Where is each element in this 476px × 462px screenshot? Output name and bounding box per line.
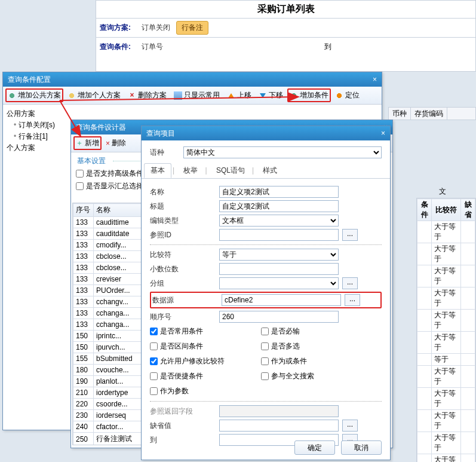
config-title: 查询条件配置 [8,75,51,85]
lbl-decimals: 小数位数 [150,264,216,274]
cond-field: 订单号 [142,42,163,52]
locate-button[interactable]: 定位 [332,88,363,102]
ck-range[interactable]: 是否区间条件 [150,340,261,353]
ck-allow-mod[interactable]: 允许用户修改比较符 [150,355,261,368]
table-row[interactable]: 240cfactor... [73,421,142,433]
close-icon[interactable]: × [373,75,377,84]
seq-field[interactable] [219,311,339,323]
tabs: 基本| 枚举| SQL语句| 样式 [142,161,390,179]
scheme-value: 订单关闭 [142,23,170,33]
table-row[interactable]: 133cauditdate [73,228,142,240]
datasource-field[interactable] [222,294,341,306]
table-row[interactable]: 133creviser [73,274,142,285]
table-row[interactable]: 133caudittime [73,217,142,228]
group-select[interactable] [219,277,339,289]
table-row[interactable]: 133cbclose... [73,251,142,262]
table-row[interactable]: 大于等于 [417,221,475,243]
table-row[interactable]: 150ipurvch... [73,342,142,353]
ok-button[interactable]: 确定 [294,440,335,455]
table-row[interactable]: 大于等于 [417,366,475,388]
new-button[interactable]: ＋新增 [73,136,102,150]
table-row[interactable]: 大于等于 [417,310,475,332]
table-row[interactable]: 133cchanga... [73,319,142,331]
ck-as-param[interactable]: 作为参数 [150,385,261,397]
move-down-button[interactable]: 下移 [256,88,286,102]
ck-required[interactable]: 是否必输 [261,325,372,338]
ck-as-or[interactable]: 作为或条件 [261,355,372,368]
col-currency: 币种 [389,108,411,120]
table-row[interactable]: 230iorderseq [73,410,142,421]
datasource-browse[interactable]: ... [345,294,360,306]
col-name: 名称 [94,204,142,217]
table-row[interactable]: 250行备注测试 [73,433,142,446]
table-row[interactable]: 220csoorde... [73,399,142,410]
ref-id-field[interactable] [219,229,339,241]
ck-common[interactable]: 是否常用条件 [150,325,261,338]
x-icon: × [106,139,110,148]
ck-fulltext[interactable]: 参与全文搜索 [261,370,372,383]
tree-public[interactable]: 公用方案 [5,108,379,120]
locate-icon [335,91,343,100]
fields-grid[interactable]: 序号名称 133caudittime133cauditdate133cmodif… [72,203,143,445]
page-title: 采购订单列表 [96,1,475,18]
table-row[interactable]: 133PUOrder... [73,285,142,296]
table-row[interactable]: 大于等于 [417,410,475,432]
tab-style[interactable]: 样式 [257,164,283,178]
table-row[interactable]: 133cchangv... [73,296,142,308]
lbl-default: 缺省值 [150,421,216,431]
add-public-button[interactable]: 增加公共方案 [5,88,63,102]
title-field[interactable] [219,200,339,212]
arrow-down-icon [260,93,266,98]
table-row[interactable]: 大于等于 [417,265,475,287]
move-up-button[interactable]: 上移 [224,88,254,102]
add-personal-button[interactable]: 增加个人方案 [65,88,124,102]
edit-type-select[interactable]: 文本框 [219,215,339,227]
table-row[interactable]: 133cchanga... [73,308,142,319]
table-row[interactable]: 大于等于 [417,432,475,454]
table-row[interactable]: 大于等于 [417,388,475,410]
cond-to: 到 [324,42,331,52]
ck-quick[interactable]: 是否便捷条件 [150,370,261,383]
delete-button[interactable]: ×删除 [103,136,129,150]
lbl-datasource: 数据源 [152,295,218,305]
table-row[interactable]: 大于等于 [417,287,475,310]
table-row[interactable]: 190planlot... [73,376,142,387]
table-row[interactable]: 大于等于 [417,243,475,265]
default-field[interactable] [219,420,339,432]
tab-basic[interactable]: 基本 [144,163,171,178]
only-common-button[interactable]: 只显示常用 [171,88,223,102]
table-row[interactable]: 133cbclose... [73,262,142,274]
default-browse[interactable]: ... [342,420,358,432]
name-field[interactable] [219,186,339,198]
close-icon[interactable]: × [381,129,385,137]
col-cond: 条件 [417,199,432,221]
tab-sql[interactable]: SQL语句 [210,164,251,178]
col-item-code: 存货编码 [411,108,447,120]
decimals-field[interactable] [219,263,339,275]
ck-multi[interactable]: 是否多选 [261,340,372,353]
add-person-icon [67,91,76,100]
page-header: 采购订单列表 查询方案: 订单关闭 行备注 查询条件: 订单号 到 [96,0,476,72]
table-row[interactable]: 150iprintc... [73,331,142,342]
delete-scheme-button[interactable]: ×删除方案 [125,88,170,102]
config-toolbar: 增加公共方案 增加个人方案 ×删除方案 只显示常用 上移 下移 增加条件 定位 [3,87,382,105]
table-row[interactable]: 等于 [417,354,475,366]
tab-enum[interactable]: 枚举 [177,164,204,178]
table-row[interactable]: 大于等于 [417,332,475,354]
add-cond-icon [290,91,298,100]
add-condition-button[interactable]: 增加条件 [287,88,331,102]
cancel-button[interactable]: 取消 [341,440,382,455]
table-row[interactable]: 大于等于 [417,454,475,463]
group-browse[interactable]: ... [342,277,358,289]
table-row[interactable]: 155bSubmitted [73,353,142,365]
lang-select[interactable]: 简体中文 [183,146,382,158]
ref-id-browse[interactable]: ... [342,229,358,241]
table-row[interactable]: 133cmodify... [73,240,142,251]
note-button[interactable]: 行备注 [176,21,208,35]
lbl-ret-field: 参照返回字段 [150,406,216,417]
arrow-up-icon [228,93,234,98]
compare-select[interactable]: 等于 [219,249,339,261]
ret-field [219,405,339,417]
table-row[interactable]: 210iordertype [73,387,142,399]
table-row[interactable]: 180cvouche... [73,365,142,376]
